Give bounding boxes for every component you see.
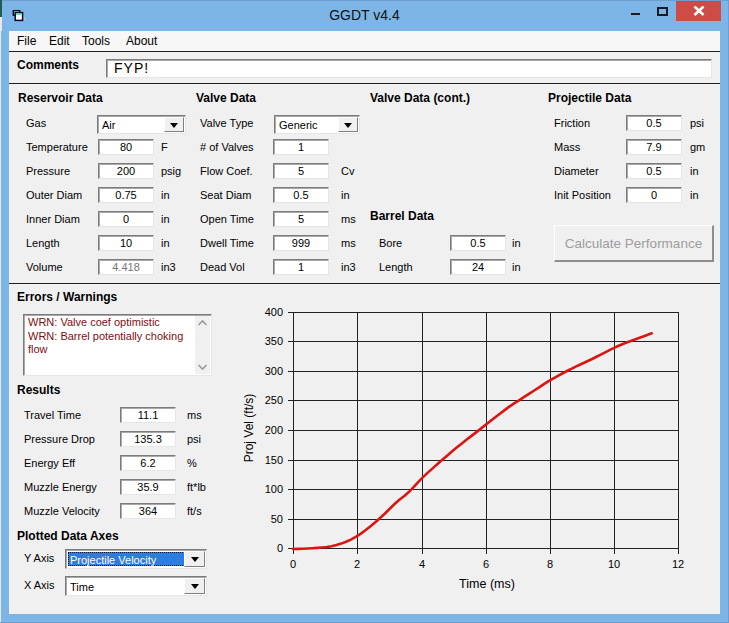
- svg-text:250: 250: [265, 394, 283, 406]
- svg-text:300: 300: [265, 365, 283, 377]
- svg-text:200: 200: [265, 424, 283, 436]
- svg-text:50: 50: [271, 513, 283, 525]
- svg-text:Time (ms): Time (ms): [459, 577, 515, 591]
- svg-text:350: 350: [265, 335, 283, 347]
- svg-text:0: 0: [277, 542, 283, 554]
- svg-text:100: 100: [265, 483, 283, 495]
- svg-text:400: 400: [265, 306, 283, 318]
- svg-text:2: 2: [354, 558, 360, 570]
- svg-text:0: 0: [290, 558, 296, 570]
- svg-text:10: 10: [608, 558, 620, 570]
- svg-text:150: 150: [265, 454, 283, 466]
- svg-text:6: 6: [483, 558, 489, 570]
- svg-text:4: 4: [419, 558, 425, 570]
- svg-text:8: 8: [547, 558, 553, 570]
- svg-text:12: 12: [672, 558, 684, 570]
- svg-text:Proj Vel (ft/s): Proj Vel (ft/s): [242, 394, 256, 463]
